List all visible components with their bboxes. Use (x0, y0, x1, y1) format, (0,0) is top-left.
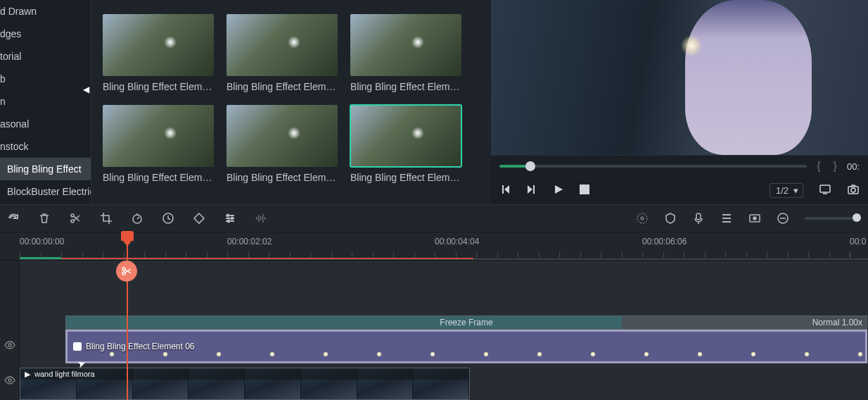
gallery-item[interactable]: Bling Bling Effect Elemen… (226, 105, 338, 183)
stop-button[interactable] (580, 185, 589, 196)
gallery-thumb-selected[interactable] (350, 105, 461, 167)
track-visibility-icon[interactable] (4, 375, 15, 388)
delete-icon[interactable] (38, 212, 51, 225)
sidebar-item[interactable]: asonal (0, 113, 91, 135)
svg-rect-15 (264, 217, 266, 220)
split-icon[interactable] (69, 212, 82, 225)
ruler-tick: 00:00:04:04 (435, 237, 479, 246)
svg-point-20 (753, 217, 756, 220)
svg-point-4 (71, 214, 74, 217)
svg-point-9 (231, 218, 234, 220)
collapse-sidebar-icon[interactable]: ◀ (83, 85, 89, 94)
speed-label: Normal 1.00x (812, 318, 862, 327)
video-track-clip[interactable]: ▶ wand light filmora (20, 368, 470, 400)
sidebar-item-blockbuster[interactable]: BlockBuster Electricit (0, 180, 91, 203)
audio-waveform-icon[interactable] (255, 212, 267, 225)
category-sidebar: d Drawn dges torial b n asonal nstock Bl… (0, 0, 91, 204)
gallery-item[interactable]: Bling Bling Effect Elemen… (350, 105, 461, 183)
svg-rect-14 (262, 214, 264, 223)
mixer-icon[interactable] (720, 212, 733, 225)
svg-rect-1 (820, 185, 830, 192)
mark-in-icon[interactable]: { (814, 160, 823, 173)
play-clip-icon: ▶ (25, 370, 30, 379)
svg-point-23 (122, 272, 125, 275)
zoom-out-icon[interactable] (777, 212, 789, 225)
speed-track-clip[interactable]: Freeze Frame Normal 1.00x (65, 315, 867, 330)
freeze-label: Freeze Frame (66, 318, 867, 327)
sidebar-item-bling[interactable]: Bling Bling Effect (0, 158, 91, 180)
gallery-thumb[interactable] (226, 14, 338, 76)
gallery-label: Bling Bling Effect Elemen… (350, 81, 461, 92)
gallery-thumb[interactable] (103, 105, 214, 167)
playhead[interactable] (127, 232, 128, 400)
preview-video[interactable] (491, 0, 868, 155)
gallery-label: Bling Bling Effect Elemen… (103, 172, 214, 183)
svg-rect-11 (256, 217, 257, 220)
effects-gallery: Bling Bling Effect Elemen… Bling Bling E… (91, 0, 491, 204)
svg-point-17 (637, 213, 647, 223)
gallery-label: Bling Bling Effect Elemen… (226, 81, 338, 92)
redo-icon[interactable] (7, 212, 20, 225)
gallery-item[interactable]: Bling Bling Effect Elemen… (103, 105, 214, 183)
svg-rect-18 (696, 213, 701, 220)
play-button[interactable] (553, 184, 564, 197)
duration-icon[interactable] (162, 212, 174, 225)
sidebar-item[interactable]: b (0, 68, 91, 90)
marker-icon[interactable] (664, 212, 677, 225)
sidebar-item[interactable]: d Drawn (0, 0, 91, 23)
gallery-thumb[interactable] (103, 14, 214, 76)
gallery-label: Bling Bling Effect Elemen… (226, 172, 338, 183)
preview-zoom-select[interactable]: 1/2 ▾ (770, 183, 803, 198)
track-visibility-icon[interactable] (4, 339, 15, 353)
step-forward-button[interactable] (526, 184, 537, 197)
svg-point-16 (641, 217, 644, 220)
ruler-tick: 00:00:00:00 (20, 237, 64, 246)
sidebar-item[interactable]: torial (0, 45, 91, 68)
svg-point-24 (8, 344, 11, 346)
voiceover-icon[interactable] (692, 212, 705, 225)
timeline-toolbar (0, 204, 868, 232)
effect-track-clip[interactable]: Bling Bling Effect Element 06 (65, 330, 867, 363)
svg-point-10 (228, 220, 230, 223)
gallery-item[interactable]: Bling Bling Effect Elemen… (103, 14, 214, 92)
svg-point-8 (227, 215, 229, 217)
svg-rect-13 (260, 216, 262, 220)
sidebar-item[interactable]: dges (0, 23, 91, 45)
svg-point-22 (122, 268, 125, 270)
record-icon[interactable] (748, 212, 761, 225)
sidebar-item[interactable]: nstock (0, 135, 91, 158)
ruler-tick: 00:0 (850, 237, 866, 246)
mark-out-icon[interactable]: } (831, 160, 840, 173)
ruler-tick: 00:00:06:06 (642, 237, 687, 246)
display-settings-icon[interactable] (819, 183, 831, 198)
preview-scrub-slider[interactable] (499, 165, 807, 168)
gallery-thumb[interactable] (226, 105, 338, 167)
speed-icon[interactable] (131, 212, 143, 225)
gallery-item[interactable]: Bling Bling Effect Elemen… (226, 14, 338, 92)
crop-icon[interactable] (100, 212, 113, 225)
gallery-item[interactable]: Bling Bling Effect Elemen… (350, 14, 461, 92)
render-icon[interactable] (636, 212, 649, 225)
svg-point-25 (8, 379, 11, 382)
svg-point-5 (71, 220, 74, 223)
svg-point-3 (851, 188, 855, 192)
sidebar-item[interactable]: n (0, 90, 91, 113)
prev-frame-button[interactable] (499, 184, 511, 197)
svg-rect-12 (258, 215, 260, 222)
gallery-label: Bling Bling Effect Elemen… (350, 172, 461, 183)
gallery-label: Bling Bling Effect Elemen… (103, 81, 214, 92)
snapshot-icon[interactable] (847, 183, 860, 198)
preview-panel: { } 00: 1/2 ▾ (491, 0, 868, 204)
svg-rect-0 (580, 185, 589, 194)
razor-icon[interactable] (116, 261, 137, 282)
video-clip-label: wand light filmora (34, 370, 95, 378)
gallery-thumb[interactable] (350, 14, 461, 76)
adjust-icon[interactable] (224, 212, 236, 225)
preview-time: 00: (847, 161, 860, 172)
timeline-tracks: Freeze Frame Normal 1.00x Bling Bling Ef… (0, 261, 868, 400)
ruler-tick: 00:00:02:02 (227, 237, 272, 246)
keyframe-icon[interactable] (193, 212, 205, 225)
timeline-zoom-slider[interactable] (805, 217, 861, 220)
